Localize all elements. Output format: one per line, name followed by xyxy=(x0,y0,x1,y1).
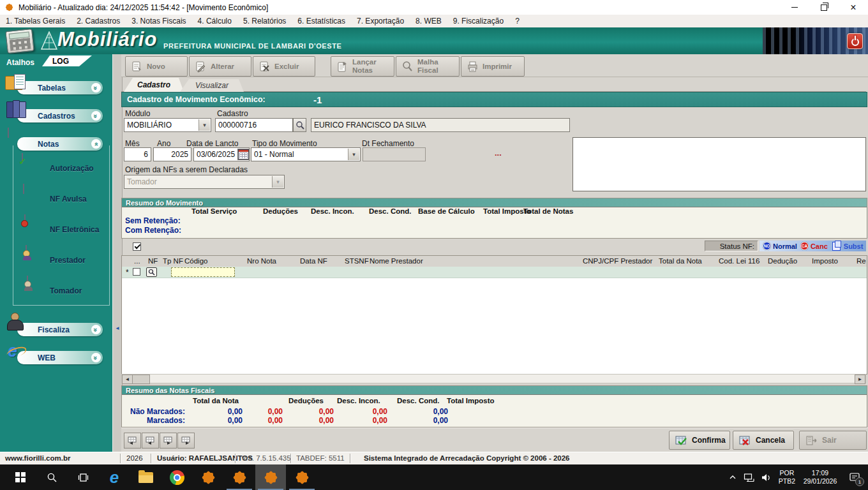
nav-first-button[interactable] xyxy=(124,433,141,449)
sidebar-group-cadastros[interactable]: Cadastros xyxy=(17,109,103,122)
imprimir-button[interactable]: Imprimir xyxy=(461,56,525,77)
resumo-notas-title: Resumo das Notas Fiscais xyxy=(126,387,214,394)
prestador-icon[interactable] xyxy=(26,245,27,255)
minimize-button[interactable] xyxy=(780,0,809,15)
malha-fiscal-button[interactable]: Malha Fiscal xyxy=(396,56,460,77)
select-all-checkbox[interactable] xyxy=(133,242,141,251)
taskbar-fiorilli-app-4[interactable] xyxy=(287,464,317,490)
chevron-down-icon[interactable] xyxy=(91,353,101,362)
internet-explorer-icon: e xyxy=(8,343,17,360)
statusbar-separator xyxy=(151,454,151,463)
chevron-down-icon[interactable] xyxy=(91,325,101,334)
row-search-button[interactable] xyxy=(146,267,157,277)
mes-input[interactable]: 6 xyxy=(124,147,151,161)
observations-box[interactable] xyxy=(572,137,866,191)
language-indicator[interactable]: POR PTB2 xyxy=(775,464,799,490)
menu-tabelas-gerais[interactable]: 1. Tabelas Gerais xyxy=(0,17,71,26)
grid-col-data-nf: Data NF xyxy=(300,257,327,265)
menu-web[interactable]: 8. WEB xyxy=(410,17,447,26)
taskbar-chrome[interactable] xyxy=(161,464,192,490)
tray-expand-button[interactable] xyxy=(725,464,740,490)
scroll-left-button[interactable]: ◄ xyxy=(122,375,133,384)
dropdown-arrow-icon[interactable] xyxy=(348,149,359,160)
nav-last-button[interactable] xyxy=(177,433,195,449)
menu-exportacao[interactable]: 7. Exportação xyxy=(351,17,410,26)
grid-new-row[interactable]: * xyxy=(122,267,867,278)
action-center-button[interactable]: 1 xyxy=(841,464,868,490)
language-code: POR xyxy=(780,469,795,477)
cadastro-input[interactable]: 000000716 xyxy=(215,118,293,132)
ano-input[interactable]: 2025 xyxy=(153,147,191,161)
restore-button[interactable] xyxy=(809,0,839,15)
taskbar-fiorilli-app-2[interactable] xyxy=(224,464,255,490)
tab-cadastro[interactable]: Cadastro xyxy=(124,78,184,92)
taskbar-internet-explorer[interactable]: e xyxy=(99,464,130,490)
tipo-movimento-select[interactable]: 01 - Normal xyxy=(251,147,361,161)
sidebar-item-tomador[interactable]: Tomador xyxy=(50,286,82,295)
tab-visualizar[interactable]: Visualizar xyxy=(180,79,244,92)
clock[interactable]: 17:09 29/01/2026 xyxy=(799,464,841,490)
sidebar-group-fiscaliza[interactable]: Fiscaliza xyxy=(17,323,103,336)
menu-relatorios[interactable]: 5. Relatórios xyxy=(237,17,292,26)
chevron-down-icon[interactable] xyxy=(91,111,101,121)
splitter-collapse-icon[interactable]: ◄ xyxy=(115,325,120,331)
calendar-button[interactable] xyxy=(237,149,250,160)
menu-estatisticas[interactable]: 6. Estatísticas xyxy=(292,17,351,26)
confirma-button[interactable]: Confirma xyxy=(669,431,730,450)
menu-notas-fiscais[interactable]: 3. Notas Fiscais xyxy=(126,17,191,26)
cancela-button[interactable]: Cancela xyxy=(733,431,794,450)
magnifier-icon xyxy=(401,61,414,73)
novo-button[interactable]: Novo xyxy=(125,56,188,77)
resumo-movimento-header: Resumo do Movimento xyxy=(122,198,867,207)
lancar-notas-button[interactable]: Lançar Notas xyxy=(331,56,394,77)
tab-cadastro-label: Cadastro xyxy=(137,80,170,89)
grid-hscrollbar[interactable]: ◄ ► xyxy=(121,374,866,383)
taskbar-search-button[interactable] xyxy=(36,464,67,490)
start-button[interactable] xyxy=(5,464,36,490)
codigo-edit-cell[interactable] xyxy=(171,267,235,277)
alterar-button[interactable]: Alterar xyxy=(189,56,251,77)
sidebar-item-prestador[interactable]: Prestador xyxy=(50,256,86,265)
sidebar-group-tabelas[interactable]: Tabelas xyxy=(17,81,103,94)
task-view-button[interactable] xyxy=(68,464,98,490)
nf-eletronica-icon[interactable] xyxy=(24,214,26,225)
sidebar-item-autorizacao[interactable]: Autorização xyxy=(50,164,94,173)
sidebar-item-nf-avulsa[interactable]: NF Avulsa xyxy=(50,195,87,204)
close-button[interactable] xyxy=(839,0,868,15)
dropdown-arrow-icon[interactable] xyxy=(198,119,210,131)
menu-bar: 1. Tabelas Gerais 2. Cadastros 3. Notas … xyxy=(0,15,868,28)
menu-fiscalizacao[interactable]: 9. Fiscalização xyxy=(447,17,509,26)
scrollbar-thumb[interactable] xyxy=(132,375,150,384)
power-exit-button[interactable] xyxy=(847,33,863,49)
menu-calculo[interactable]: 4. Cálculo xyxy=(192,17,237,26)
network-icon[interactable] xyxy=(740,464,757,490)
chevron-down-icon[interactable] xyxy=(91,83,101,93)
rn-col-desc-cond: Desc. Cond. xyxy=(397,397,439,405)
keyboard-layout: PTB2 xyxy=(779,477,795,485)
scroll-right-button[interactable]: ► xyxy=(855,375,865,384)
nav-prev-button[interactable] xyxy=(142,433,159,449)
excluir-button[interactable]: Excluir xyxy=(253,56,315,77)
nf-avulsa-icon[interactable] xyxy=(23,184,24,194)
menu-help[interactable]: ? xyxy=(509,17,525,26)
tomador-icon[interactable] xyxy=(27,276,28,286)
taskbar-fiorilli-app-1[interactable] xyxy=(193,464,223,490)
new-row-marker: * xyxy=(126,268,129,277)
taskbar-fiorilli-app-active[interactable] xyxy=(255,464,286,490)
modulo-select[interactable]: MOBILIÁRIO xyxy=(124,118,211,132)
nav-next-button[interactable] xyxy=(160,433,177,449)
volume-icon[interactable] xyxy=(757,464,775,490)
rn-mar-desc-incon: 0,00 xyxy=(296,416,334,425)
grid-col-nome-prestador: Nome Prestador xyxy=(370,257,423,265)
taskbar-file-explorer[interactable] xyxy=(130,464,161,490)
menu-cadastros[interactable]: 2. Cadastros xyxy=(71,17,126,26)
sair-button[interactable]: Sair xyxy=(799,431,867,450)
notas-grid[interactable]: ... NF Tp NF Código Nro Nota Data NF STS… xyxy=(121,255,867,375)
row-checkbox[interactable] xyxy=(133,268,140,276)
sidebar-group-web[interactable]: WEB xyxy=(17,351,103,364)
autorizacao-icon[interactable]: ✓ xyxy=(22,153,23,163)
statusbar-version: Vrs. 7.5.15.435 xyxy=(241,454,291,462)
sidebar-item-nf-eletronica[interactable]: NF Eletrônica xyxy=(50,225,99,234)
log-tab[interactable]: LOG xyxy=(42,56,92,66)
cadastro-search-button[interactable] xyxy=(293,118,306,132)
